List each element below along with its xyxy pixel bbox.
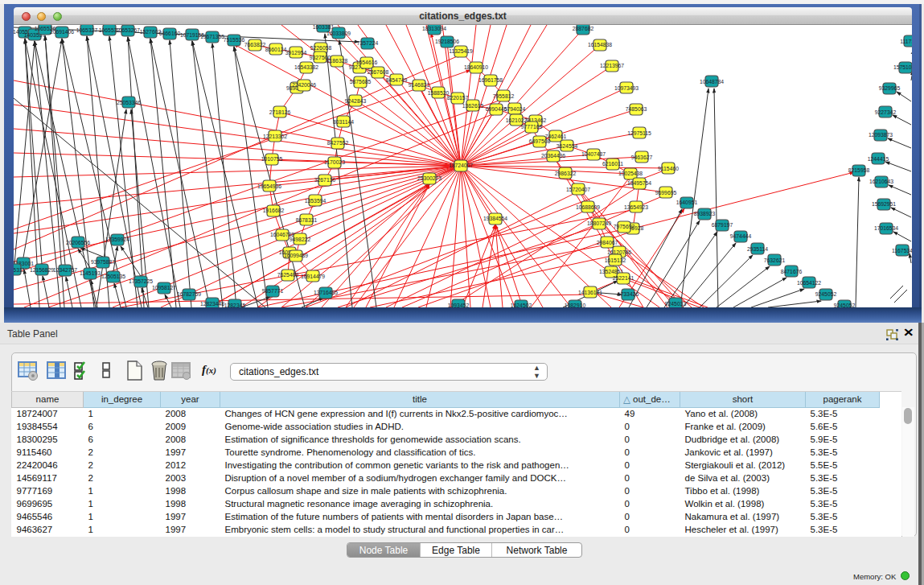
- svg-text:10973493: 10973493: [614, 85, 639, 91]
- svg-text:2887682: 2887682: [573, 26, 594, 31]
- svg-text:1145193: 1145193: [80, 270, 101, 276]
- svg-text:8186328: 8186328: [326, 58, 348, 64]
- svg-text:12505135: 12505135: [101, 274, 125, 279]
- svg-text:20691406: 20691406: [50, 29, 74, 35]
- svg-text:9245033: 9245033: [665, 301, 687, 307]
- svg-text:6879197: 6879197: [712, 222, 733, 228]
- svg-text:1117346: 1117346: [900, 39, 912, 44]
- svg-text:10958127: 10958127: [152, 285, 176, 290]
- svg-text:25300273: 25300273: [417, 175, 441, 181]
- svg-text:6497508: 6497508: [529, 138, 551, 144]
- svg-text:10025438: 10025438: [618, 171, 643, 176]
- svg-text:12093873: 12093873: [869, 132, 893, 138]
- svg-text:16914479: 16914479: [301, 274, 325, 279]
- svg-text:1527602: 1527602: [140, 29, 162, 35]
- svg-text:22420046: 22420046: [292, 82, 316, 88]
- svg-text:1621022: 1621022: [506, 117, 528, 123]
- svg-text:10648784: 10648784: [700, 79, 724, 84]
- svg-text:16099489: 16099489: [284, 253, 308, 258]
- svg-text:8678331: 8678331: [296, 217, 318, 223]
- svg-text:1554616: 1554616: [356, 60, 378, 65]
- svg-text:9245052: 9245052: [815, 291, 837, 297]
- svg-text:18640910: 18640910: [464, 64, 488, 70]
- svg-text:19218506: 19218506: [435, 39, 459, 44]
- svg-text:18724007: 18724007: [449, 163, 473, 168]
- svg-text:3624554: 3624554: [556, 143, 578, 149]
- svg-text:8471676: 8471676: [781, 269, 803, 274]
- svg-text:8454749: 8454749: [386, 77, 408, 83]
- svg-text:7632621: 7632621: [764, 257, 786, 263]
- svg-text:8427552: 8427552: [327, 140, 349, 146]
- svg-text:12156829: 12156829: [30, 267, 54, 273]
- svg-text:5226058: 5226058: [310, 45, 332, 51]
- svg-text:7663822: 7663822: [244, 42, 266, 47]
- svg-text:1603381: 1603381: [313, 25, 335, 30]
- svg-text:20206556: 20206556: [66, 240, 90, 245]
- svg-text:18495754: 18495754: [627, 180, 651, 186]
- svg-text:2867608: 2867608: [368, 69, 389, 75]
- svg-text:19384554: 19384554: [483, 216, 507, 221]
- svg-text:14136141: 14136141: [578, 290, 602, 295]
- svg-text:1010755: 1010755: [261, 156, 283, 162]
- svg-text:7515536: 7515536: [224, 37, 245, 43]
- svg-text:13716485: 13716485: [314, 290, 338, 295]
- svg-text:10653267: 10653267: [116, 27, 140, 33]
- svg-text:9146821: 9146821: [409, 82, 430, 88]
- svg-text:6216011: 6216011: [602, 161, 623, 167]
- svg-text:16210643: 16210643: [869, 179, 893, 184]
- svg-text:9777169: 9777169: [521, 124, 543, 130]
- svg-text:12213302: 12213302: [263, 134, 287, 139]
- svg-text:9463627: 9463627: [631, 154, 653, 160]
- svg-text:10654122: 10654122: [797, 280, 821, 286]
- svg-text:18313094: 18313094: [422, 26, 446, 31]
- svg-text:9699695: 9699695: [655, 190, 677, 196]
- svg-text:10688609: 10688609: [576, 204, 600, 210]
- svg-text:3912954: 3912954: [285, 50, 307, 56]
- svg-text:1170023: 1170023: [324, 159, 345, 165]
- svg-text:7485063: 7485063: [626, 106, 647, 112]
- svg-text:8660124: 8660124: [265, 47, 287, 52]
- svg-text:11325419: 11325419: [449, 48, 473, 54]
- svg-text:8031144: 8031144: [333, 119, 354, 125]
- svg-text:17016534: 17016534: [874, 225, 898, 231]
- svg-text:18807249: 18807249: [587, 220, 611, 226]
- svg-text:1065327: 1065327: [76, 27, 98, 33]
- svg-text:9474444: 9474444: [730, 233, 752, 239]
- svg-text:9227342: 9227342: [875, 109, 897, 115]
- svg-text:2986322: 2986322: [555, 171, 577, 176]
- svg-text:3267130: 3267130: [314, 177, 336, 183]
- svg-text:1615132: 1615132: [605, 257, 626, 263]
- svg-text:9115460: 9115460: [658, 166, 679, 171]
- svg-text:8938923: 8938923: [694, 211, 716, 216]
- svg-text:7975692: 7975692: [614, 224, 635, 229]
- svg-text:17357225: 17357225: [129, 278, 153, 284]
- svg-text:7955812: 7955812: [493, 93, 515, 99]
- svg-text:16543382: 16543382: [294, 64, 318, 70]
- svg-text:1353594: 1353594: [305, 198, 326, 204]
- svg-text:1733426: 1733426: [618, 291, 639, 297]
- svg-text:3915311: 3915311: [14, 267, 25, 273]
- svg-text:6466160: 6466160: [159, 31, 181, 36]
- svg-text:2935114: 2935114: [747, 246, 768, 252]
- svg-text:2522141: 2522141: [613, 275, 634, 281]
- svg-text:9329965: 9329965: [879, 85, 901, 91]
- svg-text:16033809: 16033809: [326, 31, 351, 36]
- svg-text:12342757: 12342757: [53, 267, 77, 273]
- svg-text:7625402: 7625402: [277, 272, 299, 278]
- svg-text:19654936: 19654936: [257, 183, 281, 189]
- svg-text:15692951: 15692951: [872, 201, 896, 207]
- svg-text:9242843: 9242843: [345, 98, 367, 104]
- svg-text:1588520: 1588520: [428, 90, 450, 96]
- svg-text:1362615: 1362615: [462, 103, 484, 109]
- svg-text:10407487: 10407487: [581, 151, 606, 157]
- svg-text:93975887: 93975887: [91, 259, 115, 265]
- svg-text:13654923: 13654923: [624, 204, 648, 210]
- svg-text:17359924: 17359924: [105, 237, 129, 242]
- svg-text:9857771: 9857771: [262, 288, 284, 294]
- svg-text:20364436: 20364436: [541, 153, 565, 159]
- svg-text:7357224: 7357224: [357, 40, 379, 46]
- svg-text:5875685: 5875685: [350, 79, 372, 84]
- svg-text:25053346: 25053346: [117, 100, 141, 105]
- svg-text:16782759: 16782759: [177, 291, 201, 297]
- svg-text:16154838: 16154838: [588, 42, 612, 47]
